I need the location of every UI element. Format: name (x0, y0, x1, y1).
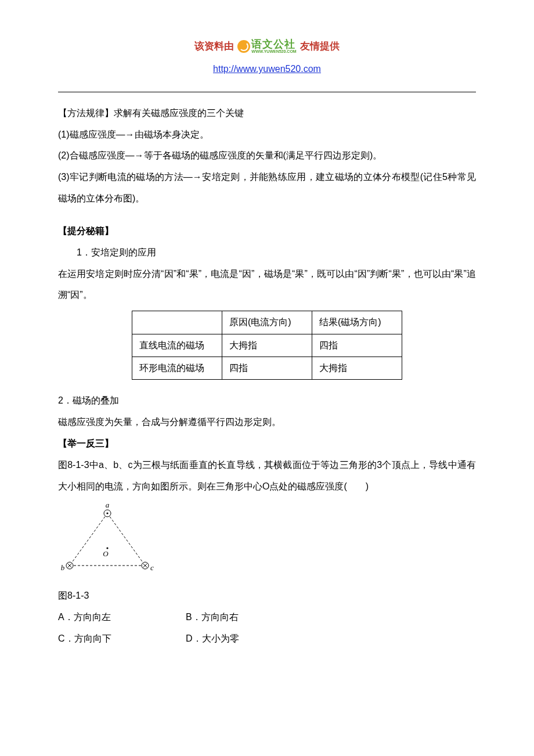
method-rule-title: 【方法规律】求解有关磁感应强度的三个关键 (58, 103, 476, 124)
rule-3: (3)牢记判断电流的磁场的方法―→安培定则，并能熟练应用，建立磁场的立体分布模型… (58, 167, 476, 210)
header-suffix: 友情提供 (300, 35, 340, 57)
label-b: b (61, 563, 65, 572)
tips-title: 【提分秘籍】 (58, 221, 476, 242)
table-cell: 直线电流的磁场 (132, 334, 222, 357)
option-c: C．方向向下 (58, 628, 186, 650)
option-d: D．大小为零 (186, 628, 313, 650)
table-row: 直线电流的磁场 大拇指 四指 (132, 334, 402, 357)
table-cell: 原因(电流方向) (222, 311, 312, 334)
label-o: O (103, 549, 109, 558)
option-a: A．方向向左 (58, 607, 186, 628)
figure-caption: 图8-1-3 (58, 585, 476, 607)
example-text: 图8-1-3中a、b、c为三根与纸面垂直的长直导线，其横截面位于等边三角形的3个… (58, 455, 476, 498)
divider (58, 92, 476, 92)
content: 【方法规律】求解有关磁感应强度的三个关键 (1)磁感应强度―→由磁场本身决定。 … (58, 103, 476, 650)
header-url[interactable]: http://www.yuwen520.com (58, 59, 476, 80)
table-cell: 大拇指 (312, 357, 402, 380)
table-cell: 结果(磁场方向) (312, 311, 402, 334)
svg-line-0 (70, 513, 107, 566)
tip-1-title: 1．安培定则的应用 (58, 242, 476, 264)
table-cell: 四指 (222, 357, 312, 380)
ampere-rule-table: 原因(电流方向) 结果(磁场方向) 直线电流的磁场 大拇指 四指 环形电流的磁场… (58, 311, 476, 380)
rule-2: (2)合磁感应强度―→等于各磁场的磁感应强度的矢量和(满足平行四边形定则)。 (58, 145, 476, 167)
tip-2-title: 2．磁场的叠加 (58, 390, 476, 412)
table-cell (132, 311, 222, 334)
rule-1: (1)磁感应强度―→由磁场本身决定。 (58, 124, 476, 146)
site-logo: 语文公社 WWW.YUWEN520.COM (237, 39, 296, 53)
table-row: 原因(电流方向) 结果(磁场方向) (132, 311, 402, 334)
logo-text: 语文公社 (251, 39, 295, 49)
triangle-diagram: a b c O (58, 501, 476, 584)
option-b: B．方向向右 (186, 607, 313, 628)
answer-options: A．方向向左 B．方向向右 C．方向向下 D．大小为零 (58, 607, 476, 650)
label-a: a (106, 501, 110, 509)
triangle-svg: a b c O (58, 501, 157, 576)
example-title: 【举一反三】 (58, 433, 476, 455)
logo-swirl-icon (237, 40, 250, 53)
table-cell: 大拇指 (222, 334, 312, 357)
header-prefix: 该资料由 (194, 35, 234, 57)
table-cell: 四指 (312, 334, 402, 357)
document-page: 该资料由 语文公社 WWW.YUWEN520.COM 友情提供 http://w… (0, 0, 534, 756)
svg-point-4 (106, 513, 108, 514)
table-cell: 环形电流的磁场 (132, 357, 222, 380)
header-line-1: 该资料由 语文公社 WWW.YUWEN520.COM 友情提供 (58, 35, 476, 57)
spacer (58, 210, 476, 221)
svg-line-1 (107, 513, 145, 566)
logo-subtext: WWW.YUWEN520.COM (251, 49, 296, 53)
page-header: 该资料由 语文公社 WWW.YUWEN520.COM 友情提供 http://w… (58, 35, 476, 80)
table-row: 环形电流的磁场 四指 大拇指 (132, 357, 402, 380)
tip-1-text: 在运用安培定则时应分清“因”和“果”，电流是“因”，磁场是“果”，既可以由“因”… (58, 264, 476, 307)
label-c: c (150, 563, 154, 572)
tip-2-text: 磁感应强度为矢量，合成与分解遵循平行四边形定则。 (58, 412, 476, 433)
